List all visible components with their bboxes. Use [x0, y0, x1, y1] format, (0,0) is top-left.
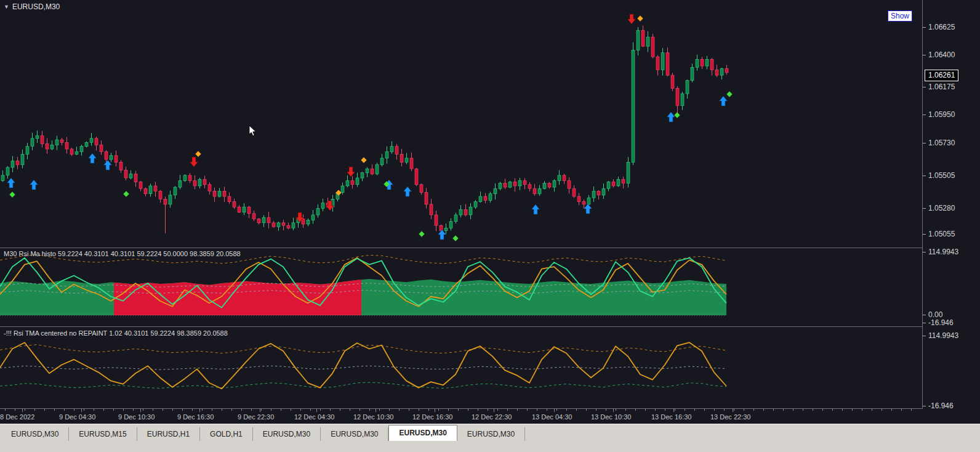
time-tick — [64, 409, 65, 411]
candle-body — [390, 147, 393, 152]
time-tick — [241, 409, 242, 411]
time-tick — [350, 409, 350, 411]
candle-body — [710, 59, 713, 70]
time-tick — [143, 409, 143, 411]
green-diamond-icon — [726, 91, 732, 97]
candle-body — [508, 182, 512, 188]
time-tick-major — [81, 409, 82, 412]
time-tick — [113, 409, 114, 411]
candle-body — [203, 179, 206, 185]
buy-arrow-icon — [532, 204, 540, 214]
chart-tab[interactable]: EURUSD,M15 — [69, 427, 137, 441]
chart-tab[interactable]: GOLD,H1 — [200, 427, 253, 441]
time-axis-label: 9 Dec 10:30 — [118, 413, 155, 421]
chart-tab[interactable]: EURUSD,M30 — [1, 427, 69, 441]
chart-tab[interactable]: EURUSD,M30 — [321, 427, 388, 441]
candle-body — [238, 207, 241, 212]
time-tick — [773, 409, 774, 411]
candle-body — [464, 209, 467, 215]
time-tick — [714, 409, 715, 411]
sell-arrow-icon — [628, 14, 636, 24]
chart-tab[interactable]: EURUSD,H1 — [137, 427, 200, 441]
time-axis-label: 12 Dec 04:30 — [294, 413, 334, 421]
candle-body — [262, 217, 265, 223]
price-axis-label: 1.05730 — [928, 139, 955, 147]
candle-body — [65, 142, 68, 149]
orange-diamond-icon — [195, 151, 201, 156]
time-axis[interactable]: 8 Dec 20229 Dec 04:309 Dec 10:309 Dec 16… — [0, 409, 980, 424]
sell-arrow-icon — [347, 167, 355, 177]
time-tick — [231, 409, 232, 411]
buy-arrow-icon — [404, 187, 412, 196]
candle-body — [114, 156, 118, 163]
rsi-ma-histo-panel[interactable] — [0, 248, 922, 326]
candle-body — [474, 202, 477, 208]
rsi-tma-panel[interactable] — [0, 327, 922, 408]
candle-body — [223, 191, 226, 196]
price-axis-label: 1.05950 — [928, 110, 955, 119]
candle-body — [252, 214, 255, 219]
price-axis-label: 1.05055 — [928, 230, 955, 238]
chart-tab[interactable]: EURUSD,M30 — [388, 425, 457, 441]
price-axis-label: 1.05280 — [928, 204, 955, 212]
candle-body — [607, 182, 610, 189]
candle-body — [484, 196, 487, 200]
symbol-label: EURUSD,M30 — [12, 2, 60, 11]
time-tick — [744, 409, 744, 411]
candle-body — [543, 184, 546, 189]
time-tick — [813, 409, 813, 411]
candle-body — [558, 176, 561, 181]
symbol-dropdown-icon[interactable]: ▼ — [4, 4, 9, 10]
candle-body — [696, 59, 699, 67]
chart-tab[interactable]: EURUSD,M30 — [253, 427, 321, 441]
candle-body — [681, 94, 684, 105]
candle-body — [129, 174, 132, 178]
price-axis-label: 1.05505 — [928, 171, 955, 180]
price-axis[interactable]: 1.066251.064001.061751.059501.057301.055… — [922, 0, 980, 409]
time-tick — [566, 409, 567, 411]
panel-divider[interactable] — [0, 248, 980, 248]
chart-tab[interactable]: EURUSD,M30 — [457, 427, 525, 441]
candle-body — [356, 178, 359, 185]
main-price-chart[interactable] — [0, 0, 922, 248]
buy-arrow-icon — [104, 160, 112, 170]
time-tick — [576, 409, 577, 411]
candle-body — [513, 182, 516, 186]
time-tick — [428, 409, 429, 411]
panel-divider[interactable] — [0, 326, 980, 327]
buy-arrow-icon — [30, 180, 38, 190]
candle-body — [622, 179, 625, 183]
candle-body — [243, 207, 246, 212]
time-tick — [832, 409, 833, 411]
candle-body — [725, 68, 728, 72]
candle-body — [218, 191, 221, 196]
candle-body — [16, 161, 19, 164]
candle-body — [247, 207, 251, 214]
candle-body — [11, 161, 14, 167]
time-axis-label: 8 Dec 2022 — [0, 413, 34, 421]
time-tick-major — [376, 409, 376, 412]
candle-body — [366, 169, 369, 172]
candle-body — [592, 191, 595, 198]
time-tick — [685, 409, 685, 411]
time-tick — [645, 409, 646, 411]
buy-arrow-icon — [89, 153, 97, 163]
time-tick — [911, 409, 912, 411]
time-axis-label: 12 Dec 16:30 — [412, 413, 452, 421]
candle-body — [582, 202, 585, 204]
green-diamond-icon — [452, 235, 458, 241]
time-tick — [123, 409, 124, 411]
time-tick — [901, 409, 902, 411]
candle-body — [100, 145, 103, 152]
time-tick — [399, 409, 400, 411]
candle-body — [193, 180, 196, 186]
time-tick — [872, 409, 872, 411]
candle-body — [395, 147, 398, 155]
time-tick — [163, 409, 163, 411]
candle-body — [188, 176, 191, 181]
candle-body — [21, 155, 24, 165]
time-tick — [625, 409, 626, 411]
show-button[interactable]: Show — [888, 10, 912, 22]
candle-body — [646, 37, 649, 46]
candle-body — [85, 142, 88, 146]
